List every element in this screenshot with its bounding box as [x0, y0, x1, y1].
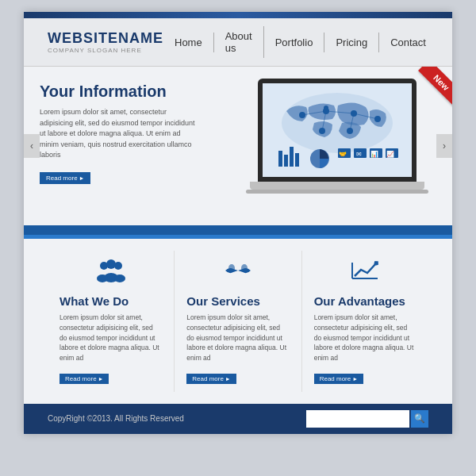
- nav-about[interactable]: About us: [214, 26, 264, 58]
- nav-home[interactable]: Home: [163, 33, 214, 52]
- svg-point-13: [324, 106, 328, 110]
- feature-what-we-do: What We Do Lorem ipsum dolor sit amet, c…: [48, 251, 175, 392]
- svg-point-32: [114, 274, 125, 282]
- chart-icon: [314, 259, 416, 288]
- svg-rect-17: [295, 153, 299, 167]
- svg-point-34: [241, 264, 248, 272]
- feature-3-read-more[interactable]: Read more: [314, 374, 363, 384]
- nav-pricing[interactable]: Pricing: [324, 33, 379, 52]
- hero-body-text: Lorem ipsum dolor sit amet, consectetur …: [40, 107, 198, 161]
- feature-3-text: Lorem ipsum dolor sit amet, consectetur …: [314, 313, 416, 363]
- feature-1-text: Lorem ipsum dolor sit amet, consectetur …: [60, 313, 162, 363]
- footer-copyright: CopyRight ©2013. All Rights Reserved: [48, 414, 184, 423]
- feature-1-read-more[interactable]: Read more: [60, 374, 109, 384]
- svg-point-10: [374, 116, 381, 122]
- svg-text:📈: 📈: [386, 150, 394, 158]
- svg-point-33: [228, 264, 235, 272]
- laptop-screen-inner: 🤝 ✉ 📊 📈: [263, 83, 412, 177]
- handshake-icon: [186, 259, 289, 288]
- feature-our-services: Our Services Lorem ipsum dolor sit amet,…: [175, 251, 301, 392]
- svg-point-31: [97, 274, 108, 282]
- svg-point-12: [347, 128, 353, 134]
- feature-3-title: Our Advantages: [314, 294, 416, 308]
- footer: CopyRight ©2013. All Rights Reserved 🔍: [24, 404, 452, 434]
- footer-search-button[interactable]: 🔍: [411, 410, 428, 428]
- svg-point-29: [114, 262, 122, 270]
- svg-point-11: [319, 128, 325, 134]
- screen-svg: 🤝 ✉ 📊 📈: [263, 83, 412, 177]
- nav-contact[interactable]: Contact: [379, 33, 437, 52]
- svg-rect-14: [278, 151, 282, 167]
- footer-search-area: 🔍: [306, 410, 428, 428]
- hero-section: ‹ › New Your Information Lorem ipsum dol…: [24, 67, 452, 225]
- hero-title: Your Information: [40, 83, 198, 101]
- features-section: What We Do Lorem ipsum dolor sit amet, c…: [24, 239, 452, 404]
- svg-text:🤝: 🤝: [339, 150, 347, 158]
- top-bar: [24, 12, 452, 18]
- logo-slogan: COMPANY SLOGAN HERE: [48, 47, 163, 54]
- header: WEBSITENAME COMPANY SLOGAN HERE Home Abo…: [24, 18, 452, 67]
- laptop-screen-outer: 🤝 ✉ 📊 📈: [258, 79, 416, 182]
- svg-point-7: [299, 112, 305, 118]
- new-ribbon: New: [397, 67, 452, 122]
- svg-text:✉: ✉: [356, 151, 362, 158]
- feature-2-read-more[interactable]: Read more: [186, 374, 236, 384]
- laptop-base: [250, 182, 424, 190]
- feature-2-title: Our Services: [186, 294, 289, 308]
- ribbon-label: New: [418, 67, 452, 106]
- laptop-foot: [246, 190, 428, 194]
- people-icon: [60, 259, 162, 288]
- hero-prev-button[interactable]: ‹: [24, 134, 40, 158]
- hero-content: Your Information Lorem ipsum dolor sit a…: [40, 83, 198, 184]
- footer-search-input[interactable]: [306, 410, 409, 428]
- main-nav: Home About us Portfolio Pricing Contact: [163, 26, 437, 58]
- logo-area: WEBSITENAME COMPANY SLOGAN HERE: [48, 30, 163, 54]
- svg-rect-15: [284, 155, 288, 167]
- blue-divider: [24, 225, 452, 235]
- hero-next-button[interactable]: ›: [436, 134, 452, 158]
- site-container: WEBSITENAME COMPANY SLOGAN HERE Home Abo…: [24, 12, 452, 434]
- chevron-left-icon: ‹: [30, 140, 33, 152]
- feature-2-text: Lorem ipsum dolor sit amet, consectetur …: [186, 313, 289, 363]
- search-icon: 🔍: [414, 413, 425, 424]
- feature-1-title: What We Do: [60, 294, 162, 308]
- nav-portfolio[interactable]: Portfolio: [264, 33, 325, 52]
- page-wrapper: WEBSITENAME COMPANY SLOGAN HERE Home Abo…: [0, 0, 476, 476]
- hero-read-more-button[interactable]: Read more: [40, 172, 90, 184]
- svg-rect-16: [290, 147, 294, 167]
- svg-point-28: [106, 259, 116, 269]
- svg-point-9: [351, 110, 357, 117]
- svg-text:📊: 📊: [370, 150, 378, 158]
- feature-our-advantages: Our Advantages Lorem ipsum dolor sit ame…: [302, 251, 428, 392]
- logo-name: WEBSITENAME: [48, 30, 163, 47]
- chevron-right-icon: ›: [443, 140, 446, 152]
